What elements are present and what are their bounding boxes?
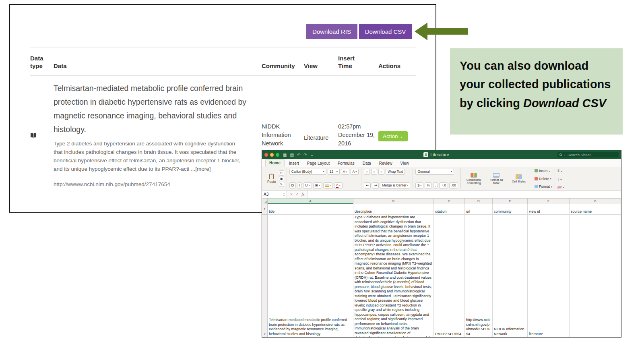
column-header-data: Data <box>54 62 262 70</box>
increase-indent-button[interactable]: ⇥ <box>372 182 379 188</box>
name-box-stepper[interactable]: ▲▼ <box>283 193 285 197</box>
cell-b1[interactable]: description <box>353 204 434 215</box>
clear-button[interactable]: ▾ <box>557 186 564 188</box>
sheet-row-1: 1 title description citation url communi… <box>262 204 621 215</box>
cell-c1[interactable]: citation <box>434 204 465 215</box>
cell-styles-button[interactable]: Cell Styles <box>508 174 529 183</box>
cut-button[interactable]: ✂ <box>279 170 284 176</box>
font-name-select[interactable]: Calibri (Body)▾ <box>289 169 326 175</box>
save-icon[interactable]: ▤ <box>290 153 293 157</box>
search-caret-icon: ⌄ <box>564 153 566 156</box>
cancel-entry-icon[interactable]: × <box>290 192 293 197</box>
titlebar-chevron-icon[interactable]: ⌄ <box>310 153 314 157</box>
column-header-g[interactable]: G <box>570 199 621 204</box>
search-input[interactable]: ⌄ Search Sheet <box>557 152 619 157</box>
row-header-2[interactable]: 2 <box>262 215 268 337</box>
cell-a2[interactable]: Telmisartan-mediated metabolic profile c… <box>268 215 353 337</box>
column-header-f[interactable]: F <box>528 199 570 204</box>
decrease-decimal-button[interactable]: .00 <box>449 182 458 188</box>
tab-data[interactable]: Data <box>359 160 375 167</box>
cell-d2[interactable]: http://www.ncbi.nlm.nih.gov/pubmed/27417… <box>465 215 493 337</box>
align-left-button[interactable]: ≡ <box>364 169 370 175</box>
fill-button[interactable]: ↓▾ <box>557 177 564 181</box>
close-window-button[interactable] <box>264 153 268 157</box>
autosum-button[interactable]: Σ▾ <box>557 169 564 173</box>
decrease-indent-button[interactable]: ⇤ <box>364 182 371 188</box>
format-painter-button[interactable]: ✎ <box>279 182 284 187</box>
format-as-table-button[interactable]: Format as Table <box>486 173 507 185</box>
column-header-insert-time: Insert Time <box>338 54 378 70</box>
cell-e1[interactable]: community <box>493 204 528 215</box>
worksheet: A B C D E F G 1 title description citati… <box>262 199 621 337</box>
align-right-button[interactable]: ≡ <box>378 169 384 175</box>
increase-decimal-button[interactable]: +.0 <box>439 182 448 188</box>
font-color-button[interactable]: A▾ <box>334 182 343 188</box>
formula-input[interactable] <box>308 191 621 198</box>
column-header-e[interactable]: E <box>493 199 528 204</box>
download-ris-button[interactable]: Download RIS <box>306 24 357 39</box>
font-group: Calibri (Body)▾ 12▾ A▴ A▾ B I U▾ ⊞▾ ▾ A▾ <box>287 168 361 189</box>
row-header-1[interactable]: 1 <box>262 204 268 215</box>
cell-g2[interactable] <box>570 215 621 337</box>
download-csv-button[interactable]: Download CSV <box>359 24 412 39</box>
tab-formulas[interactable]: Formulas <box>334 160 358 167</box>
action-button[interactable]: Action ⌄ <box>378 131 408 141</box>
insert-time-cell: 02:57pm December 19, 2016 <box>338 122 378 148</box>
fill-color-button[interactable]: ▾ <box>323 182 333 188</box>
italic-button[interactable]: I <box>297 182 302 188</box>
search-placeholder: Search Sheet <box>568 153 591 157</box>
number-format-select[interactable]: General▾ <box>415 169 454 175</box>
delete-cells-button[interactable]: Delete▾ <box>535 177 552 181</box>
column-header-view: View <box>304 62 338 70</box>
alignment-group: ≡ ≡ ≡ Wrap Text ⇤ ⇥ Merge & Center▾ <box>361 168 413 189</box>
shrink-font-button[interactable]: A▾ <box>351 169 359 175</box>
currency-button[interactable]: $▾ <box>415 182 423 188</box>
zoom-window-button[interactable] <box>276 153 279 157</box>
column-header-a[interactable]: A <box>268 199 353 204</box>
grow-font-button[interactable]: A▴ <box>341 169 349 175</box>
redo-icon[interactable]: ↷ <box>303 153 307 157</box>
paste-button[interactable]: Paste <box>266 174 277 184</box>
tab-page-layout[interactable]: Page Layout <box>303 160 333 167</box>
column-header-c[interactable]: C <box>434 199 465 204</box>
publication-url[interactable]: http://wwww.ncbi.nlm.nih.gov/pubmed/2741… <box>54 181 262 187</box>
cell-f2[interactable]: literature <box>528 215 570 337</box>
table-header-row: Data type Data Community View Insert Tim… <box>30 48 416 75</box>
styles-group: Conditional Formatting Format as Table C… <box>461 168 532 189</box>
percent-button[interactable]: % <box>425 182 432 188</box>
merge-center-button[interactable]: Merge & Center▾ <box>380 182 410 188</box>
tab-view[interactable]: View <box>397 160 413 167</box>
wrap-text-button[interactable]: Wrap Text <box>386 169 405 175</box>
cell-d1[interactable]: url <box>465 204 493 215</box>
cell-b2[interactable]: Type 2 diabetes and hypertension are ass… <box>353 215 434 337</box>
insert-icon <box>535 169 538 172</box>
format-cells-button[interactable]: Format▾ <box>535 184 552 188</box>
copy-button[interactable]: ▣ <box>279 176 284 181</box>
select-all-corner[interactable] <box>262 199 268 204</box>
borders-button[interactable]: ⊞▾ <box>313 182 322 188</box>
tab-insert[interactable]: Insert <box>285 160 303 167</box>
column-header-b[interactable]: B <box>353 199 434 204</box>
cell-a1[interactable]: title <box>268 204 353 215</box>
tab-review[interactable]: Review <box>376 160 396 167</box>
underline-button[interactable]: U▾ <box>303 182 312 188</box>
conditional-formatting-button[interactable]: Conditional Formatting <box>463 173 484 185</box>
column-header-d[interactable]: D <box>465 199 493 204</box>
cell-f1[interactable]: view id <box>528 204 570 215</box>
align-center-button[interactable]: ≡ <box>371 169 377 175</box>
cell-g1[interactable]: source name <box>570 204 621 215</box>
tab-home[interactable]: Home <box>265 159 285 167</box>
comma-style-button[interactable]: , <box>433 182 438 188</box>
font-size-select[interactable]: 12▾ <box>328 169 340 175</box>
name-box[interactable]: A3 ▲▼ <box>262 191 287 198</box>
cell-c2[interactable]: PMID:27417654 <box>434 215 465 337</box>
minimize-window-button[interactable] <box>270 153 274 157</box>
undo-icon[interactable]: ↶ <box>297 153 300 157</box>
view-switcher-icon[interactable]: ▦ <box>283 153 287 157</box>
more-link[interactable]: ...[more] <box>191 166 211 172</box>
confirm-entry-icon[interactable]: ✓ <box>295 192 299 197</box>
insert-cells-button[interactable]: Insert▾ <box>535 169 552 173</box>
insert-function-icon[interactable]: fx <box>301 192 304 197</box>
bold-button[interactable]: B <box>289 182 296 188</box>
cell-e2[interactable]: NIDDK Information Network <box>493 215 528 337</box>
